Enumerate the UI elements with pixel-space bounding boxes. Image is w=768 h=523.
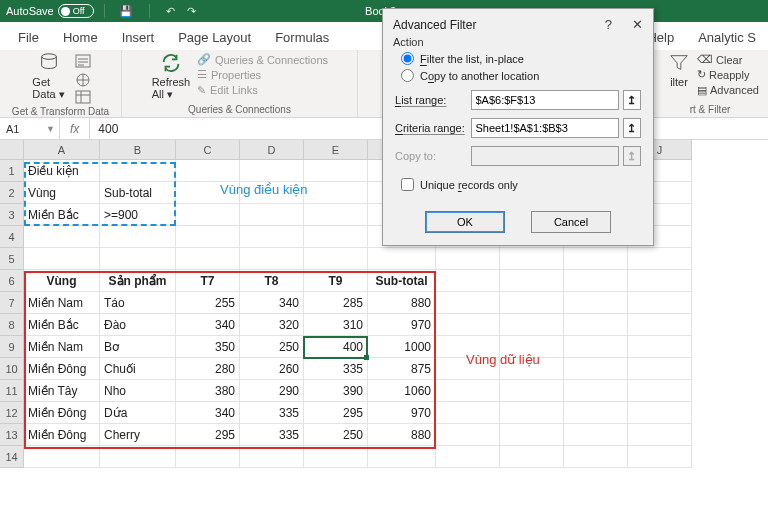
tab-formulas[interactable]: Formulas: [263, 25, 341, 50]
cell[interactable]: 250: [304, 424, 368, 446]
cell[interactable]: [500, 446, 564, 468]
cell[interactable]: >=900: [100, 204, 176, 226]
cell[interactable]: 290: [240, 380, 304, 402]
cell[interactable]: 335: [240, 402, 304, 424]
cell[interactable]: [628, 424, 692, 446]
cell[interactable]: [24, 446, 100, 468]
cell[interactable]: [436, 446, 500, 468]
col-head[interactable]: E: [304, 140, 368, 160]
autosave-toggle[interactable]: AutoSave Off: [0, 4, 100, 18]
properties-item[interactable]: ☰Properties: [197, 68, 328, 81]
range-select-icon[interactable]: ↥: [623, 118, 642, 138]
cell[interactable]: [176, 160, 240, 182]
tab-analytic[interactable]: Analytic S: [686, 25, 768, 50]
cell[interactable]: [500, 248, 564, 270]
cell[interactable]: Nho: [100, 380, 176, 402]
cell[interactable]: Dứa: [100, 402, 176, 424]
formula-input[interactable]: 400: [90, 122, 118, 136]
fx-button[interactable]: fx: [60, 118, 90, 139]
col-head[interactable]: B: [100, 140, 176, 160]
cell[interactable]: Miền Nam: [24, 336, 100, 358]
col-head[interactable]: D: [240, 140, 304, 160]
cell[interactable]: Bơ: [100, 336, 176, 358]
cell[interactable]: 335: [240, 424, 304, 446]
cell[interactable]: 320: [240, 314, 304, 336]
cell[interactable]: 285: [304, 292, 368, 314]
chevron-down-icon[interactable]: ▼: [46, 124, 55, 134]
row-head[interactable]: 9: [0, 336, 24, 358]
cell[interactable]: 260: [240, 358, 304, 380]
close-icon[interactable]: ✕: [632, 17, 643, 32]
cell[interactable]: Miền Tây: [24, 380, 100, 402]
undo-icon[interactable]: ↶: [166, 5, 175, 18]
reapply-filter-item[interactable]: ↻Reapply: [697, 68, 759, 81]
cell[interactable]: 310: [304, 314, 368, 336]
cell[interactable]: [240, 204, 304, 226]
cell[interactable]: Miền Nam: [24, 292, 100, 314]
cell[interactable]: [176, 248, 240, 270]
tab-file[interactable]: File: [6, 25, 51, 50]
ok-button[interactable]: OK: [425, 211, 505, 233]
row-head[interactable]: 8: [0, 314, 24, 336]
cell[interactable]: [100, 226, 176, 248]
filter-button[interactable]: ilter: [665, 52, 693, 98]
cell[interactable]: [176, 204, 240, 226]
advanced-filter-item[interactable]: ▤Advanced: [697, 84, 759, 97]
criteria-range-input[interactable]: [471, 118, 619, 138]
cell[interactable]: [100, 248, 176, 270]
cell[interactable]: [100, 160, 176, 182]
cell[interactable]: [368, 446, 436, 468]
cell[interactable]: [628, 336, 692, 358]
cell[interactable]: [564, 446, 628, 468]
cell[interactable]: Vùng: [24, 270, 100, 292]
col-head[interactable]: A: [24, 140, 100, 160]
cell[interactable]: [304, 160, 368, 182]
select-all-corner[interactable]: [0, 140, 24, 160]
cell[interactable]: [24, 248, 100, 270]
row-head[interactable]: 12: [0, 402, 24, 424]
cell[interactable]: 970: [368, 402, 436, 424]
row-head[interactable]: 5: [0, 248, 24, 270]
row-head[interactable]: 14: [0, 446, 24, 468]
cell[interactable]: Miền Bắc: [24, 204, 100, 226]
from-text-icon[interactable]: [75, 54, 93, 70]
cell[interactable]: 1060: [368, 380, 436, 402]
cell[interactable]: 280: [176, 358, 240, 380]
cell[interactable]: [304, 226, 368, 248]
save-icon[interactable]: 💾: [119, 5, 133, 18]
cell[interactable]: [24, 226, 100, 248]
cell[interactable]: T9: [304, 270, 368, 292]
copy-to-location-radio[interactable]: Copy to another location: [395, 69, 641, 82]
cell[interactable]: Miền Đông: [24, 402, 100, 424]
cell[interactable]: [628, 446, 692, 468]
cell[interactable]: Cherry: [100, 424, 176, 446]
range-select-icon[interactable]: ↥: [623, 90, 642, 110]
cell[interactable]: [176, 446, 240, 468]
cell[interactable]: 250: [240, 336, 304, 358]
get-data-button[interactable]: GetData ▾: [29, 52, 69, 101]
cell[interactable]: [500, 292, 564, 314]
cell[interactable]: T7: [176, 270, 240, 292]
cell[interactable]: [368, 248, 436, 270]
row-head[interactable]: 6: [0, 270, 24, 292]
cell[interactable]: 390: [304, 380, 368, 402]
cell[interactable]: 295: [304, 402, 368, 424]
cell[interactable]: [628, 270, 692, 292]
cell[interactable]: [436, 402, 500, 424]
cell[interactable]: Sản phẩm: [100, 270, 176, 292]
edit-links-item[interactable]: ✎Edit Links: [197, 84, 328, 97]
cell[interactable]: Sub-total: [368, 270, 436, 292]
row-head[interactable]: 13: [0, 424, 24, 446]
tab-page-layout[interactable]: Page Layout: [166, 25, 263, 50]
cell[interactable]: [240, 446, 304, 468]
cell[interactable]: 340: [240, 292, 304, 314]
cell[interactable]: [564, 402, 628, 424]
row-head[interactable]: 10: [0, 358, 24, 380]
cell[interactable]: 1000: [368, 336, 436, 358]
unique-records-checkbox[interactable]: Unique records only: [395, 178, 641, 191]
cell[interactable]: [564, 314, 628, 336]
cell[interactable]: [304, 204, 368, 226]
cell[interactable]: [304, 182, 368, 204]
cell[interactable]: 350: [176, 336, 240, 358]
cell[interactable]: Miền Bắc: [24, 314, 100, 336]
